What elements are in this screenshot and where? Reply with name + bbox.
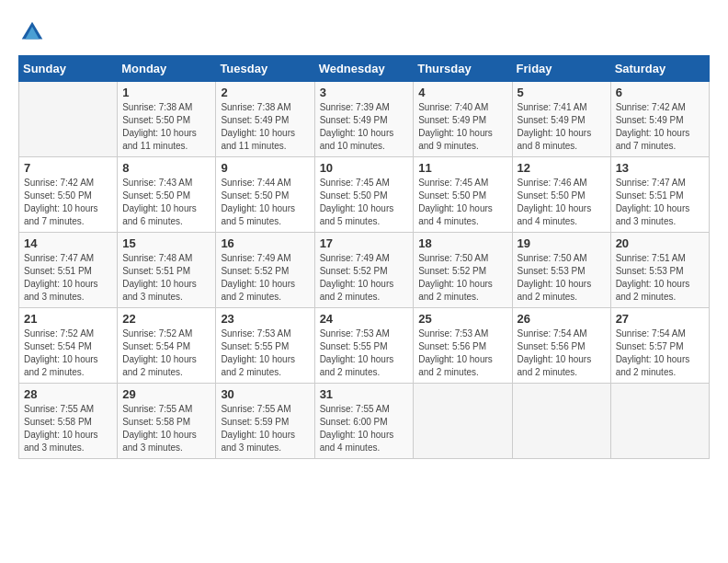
day-info: Sunrise: 7:51 AM Sunset: 5:53 PM Dayligh… [616, 252, 704, 304]
day-cell: 4Sunrise: 7:40 AM Sunset: 5:49 PM Daylig… [414, 82, 512, 157]
column-header-sunday: Sunday [19, 56, 118, 82]
day-info: Sunrise: 7:52 AM Sunset: 5:54 PM Dayligh… [122, 327, 210, 379]
day-cell: 6Sunrise: 7:42 AM Sunset: 5:49 PM Daylig… [610, 82, 709, 157]
day-number: 17 [320, 236, 409, 250]
day-info: Sunrise: 7:50 AM Sunset: 5:52 PM Dayligh… [418, 252, 506, 304]
day-info: Sunrise: 7:52 AM Sunset: 5:54 PM Dayligh… [24, 327, 112, 379]
day-number: 19 [518, 236, 606, 250]
day-cell: 28Sunrise: 7:55 AM Sunset: 5:58 PM Dayli… [19, 384, 118, 459]
day-number: 18 [418, 236, 506, 250]
logo [18, 18, 51, 46]
column-header-saturday: Saturday [610, 56, 709, 82]
day-info: Sunrise: 7:48 AM Sunset: 5:51 PM Dayligh… [122, 252, 210, 304]
day-cell: 16Sunrise: 7:49 AM Sunset: 5:52 PM Dayli… [216, 233, 314, 308]
day-info: Sunrise: 7:50 AM Sunset: 5:53 PM Dayligh… [518, 252, 606, 304]
day-info: Sunrise: 7:55 AM Sunset: 6:00 PM Dayligh… [320, 403, 409, 454]
day-cell: 24Sunrise: 7:53 AM Sunset: 5:55 PM Dayli… [314, 308, 414, 384]
day-info: Sunrise: 7:39 AM Sunset: 5:49 PM Dayligh… [320, 101, 409, 153]
day-info: Sunrise: 7:53 AM Sunset: 5:55 PM Dayligh… [221, 327, 309, 379]
day-cell: 7Sunrise: 7:42 AM Sunset: 5:50 PM Daylig… [19, 157, 118, 233]
calendar-table: SundayMondayTuesdayWednesdayThursdayFrid… [18, 55, 710, 459]
day-cell: 22Sunrise: 7:52 AM Sunset: 5:54 PM Dayli… [118, 308, 216, 384]
column-header-friday: Friday [512, 56, 610, 82]
day-number: 27 [616, 312, 704, 326]
day-cell: 3Sunrise: 7:39 AM Sunset: 5:49 PM Daylig… [314, 82, 414, 157]
column-header-monday: Monday [118, 56, 216, 82]
day-number: 29 [122, 387, 210, 401]
day-info: Sunrise: 7:49 AM Sunset: 5:52 PM Dayligh… [320, 252, 409, 304]
day-cell: 17Sunrise: 7:49 AM Sunset: 5:52 PM Dayli… [314, 233, 414, 308]
day-cell: 31Sunrise: 7:55 AM Sunset: 6:00 PM Dayli… [314, 384, 414, 459]
day-number: 2 [221, 86, 309, 99]
day-number: 28 [24, 387, 112, 401]
day-info: Sunrise: 7:44 AM Sunset: 5:50 PM Dayligh… [221, 177, 309, 228]
day-info: Sunrise: 7:55 AM Sunset: 5:59 PM Dayligh… [221, 403, 309, 454]
day-number: 13 [616, 161, 704, 175]
day-cell: 21Sunrise: 7:52 AM Sunset: 5:54 PM Dayli… [19, 308, 118, 384]
day-cell: 27Sunrise: 7:54 AM Sunset: 5:57 PM Dayli… [610, 308, 709, 384]
day-cell: 30Sunrise: 7:55 AM Sunset: 5:59 PM Dayli… [216, 384, 314, 459]
week-row-5: 28Sunrise: 7:55 AM Sunset: 5:58 PM Dayli… [19, 384, 710, 459]
day-info: Sunrise: 7:49 AM Sunset: 5:52 PM Dayligh… [221, 252, 309, 304]
day-cell: 15Sunrise: 7:48 AM Sunset: 5:51 PM Dayli… [118, 233, 216, 308]
day-number: 20 [616, 236, 704, 250]
day-cell: 23Sunrise: 7:53 AM Sunset: 5:55 PM Dayli… [216, 308, 314, 384]
day-cell [414, 384, 512, 459]
day-cell: 14Sunrise: 7:47 AM Sunset: 5:51 PM Dayli… [19, 233, 118, 308]
day-number: 9 [221, 161, 309, 175]
day-number: 14 [24, 236, 112, 250]
day-info: Sunrise: 7:38 AM Sunset: 5:50 PM Dayligh… [122, 101, 210, 153]
day-cell: 25Sunrise: 7:53 AM Sunset: 5:56 PM Dayli… [414, 308, 512, 384]
day-number: 31 [320, 387, 409, 401]
day-number: 24 [320, 312, 409, 326]
week-row-2: 7Sunrise: 7:42 AM Sunset: 5:50 PM Daylig… [19, 157, 710, 233]
day-cell: 13Sunrise: 7:47 AM Sunset: 5:51 PM Dayli… [610, 157, 709, 233]
column-header-thursday: Thursday [414, 56, 512, 82]
day-cell: 2Sunrise: 7:38 AM Sunset: 5:49 PM Daylig… [216, 82, 314, 157]
day-number: 23 [221, 312, 309, 326]
day-number: 21 [24, 312, 112, 326]
day-cell: 8Sunrise: 7:43 AM Sunset: 5:50 PM Daylig… [118, 157, 216, 233]
day-info: Sunrise: 7:43 AM Sunset: 5:50 PM Dayligh… [122, 177, 210, 228]
day-cell [610, 384, 709, 459]
day-number: 12 [518, 161, 606, 175]
page-header [18, 18, 710, 46]
day-cell: 26Sunrise: 7:54 AM Sunset: 5:56 PM Dayli… [512, 308, 610, 384]
day-number: 26 [518, 312, 606, 326]
day-cell: 12Sunrise: 7:46 AM Sunset: 5:50 PM Dayli… [512, 157, 610, 233]
day-number: 30 [221, 387, 309, 401]
day-cell: 20Sunrise: 7:51 AM Sunset: 5:53 PM Dayli… [610, 233, 709, 308]
day-number: 3 [320, 86, 409, 99]
day-number: 6 [616, 86, 704, 99]
day-number: 22 [122, 312, 210, 326]
day-number: 16 [221, 236, 309, 250]
day-info: Sunrise: 7:45 AM Sunset: 5:50 PM Dayligh… [320, 177, 409, 228]
day-info: Sunrise: 7:47 AM Sunset: 5:51 PM Dayligh… [24, 252, 112, 304]
day-number: 1 [122, 86, 210, 99]
calendar-header-row: SundayMondayTuesdayWednesdayThursdayFrid… [19, 56, 710, 82]
day-cell [19, 82, 118, 157]
day-cell: 18Sunrise: 7:50 AM Sunset: 5:52 PM Dayli… [414, 233, 512, 308]
day-info: Sunrise: 7:53 AM Sunset: 5:56 PM Dayligh… [418, 327, 506, 379]
day-number: 15 [122, 236, 210, 250]
column-header-wednesday: Wednesday [314, 56, 414, 82]
day-cell: 1Sunrise: 7:38 AM Sunset: 5:50 PM Daylig… [118, 82, 216, 157]
day-cell [512, 384, 610, 459]
week-row-3: 14Sunrise: 7:47 AM Sunset: 5:51 PM Dayli… [19, 233, 710, 308]
day-number: 4 [418, 86, 506, 99]
day-info: Sunrise: 7:53 AM Sunset: 5:55 PM Dayligh… [320, 327, 409, 379]
day-number: 7 [24, 161, 112, 175]
day-info: Sunrise: 7:47 AM Sunset: 5:51 PM Dayligh… [616, 177, 704, 228]
day-cell: 11Sunrise: 7:45 AM Sunset: 5:50 PM Dayli… [414, 157, 512, 233]
day-number: 5 [518, 86, 606, 99]
day-info: Sunrise: 7:38 AM Sunset: 5:49 PM Dayligh… [221, 101, 309, 153]
day-info: Sunrise: 7:40 AM Sunset: 5:49 PM Dayligh… [418, 101, 506, 153]
day-cell: 19Sunrise: 7:50 AM Sunset: 5:53 PM Dayli… [512, 233, 610, 308]
day-info: Sunrise: 7:42 AM Sunset: 5:50 PM Dayligh… [24, 177, 112, 228]
day-cell: 10Sunrise: 7:45 AM Sunset: 5:50 PM Dayli… [314, 157, 414, 233]
week-row-1: 1Sunrise: 7:38 AM Sunset: 5:50 PM Daylig… [19, 82, 710, 157]
day-info: Sunrise: 7:41 AM Sunset: 5:49 PM Dayligh… [518, 101, 606, 153]
day-cell: 5Sunrise: 7:41 AM Sunset: 5:49 PM Daylig… [512, 82, 610, 157]
day-info: Sunrise: 7:54 AM Sunset: 5:57 PM Dayligh… [616, 327, 704, 379]
day-info: Sunrise: 7:55 AM Sunset: 5:58 PM Dayligh… [122, 403, 210, 454]
